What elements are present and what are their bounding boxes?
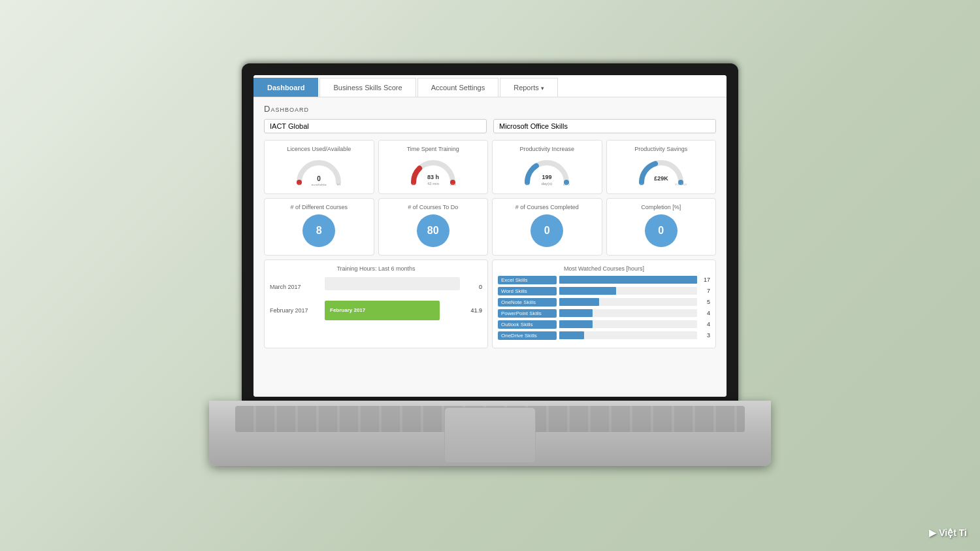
metric-diff-courses-title: # of Different Courses [269,204,370,210]
training-row-march: March 2017 0 [270,277,482,297]
svg-text:622: 622 [563,183,570,186]
skill-filter[interactable] [493,119,716,133]
training-value-march: 0 [463,284,482,290]
training-row-feb: February 2017 February 2017 41.9 [270,301,482,320]
training-bar-container-feb: February 2017 [325,301,460,320]
svg-text:10: 10 [336,183,341,186]
tab-reports[interactable]: Reports [500,78,558,97]
svg-text:0: 0 [317,175,321,182]
metric-courses-completed: # of Courses Completed 0 [492,198,602,256]
circle-courses-completed: 0 [531,214,563,247]
mw-value-onedrive: 3 [700,332,710,339]
mw-label-excel: Excel Skills [498,276,557,284]
page-title: Dashboard [264,104,716,114]
mw-row-onedrive: OneDrive Skills 3 [498,331,710,340]
filter-row [264,119,716,133]
metric-licences: Licences Used/Available 0 available 0 10 [264,140,374,194]
metric-licences-title: Licences Used/Available [269,146,370,152]
mw-bar-track-onedrive [559,331,697,339]
training-hours-card: Training Hours: Last 6 months March 2017 [264,259,488,348]
metric-completion-pct: Completion [%] 0 [606,198,717,256]
gauge-time: 83 h 42 min 0 320 [407,156,459,186]
mw-value-outlook: 4 [700,321,710,327]
mw-value-excel: 17 [700,276,710,283]
most-watched-title: Most Watched Courses [hours] [498,265,710,272]
mw-label-outlook: Outlook Skills [498,320,557,329]
mw-value-onenote: 5 [700,299,710,305]
mw-row-onenote: OneNote Skills 5 [498,298,710,307]
gauge-prod-inc: 199 day(s) 0 622 [521,156,573,186]
tab-business-skills[interactable]: Business Skills Score [319,78,416,97]
mw-bar-track-outlook [559,320,697,328]
svg-text:available: available [311,183,327,186]
mw-bar-track-word [559,287,697,295]
training-bar-container-march [325,277,460,297]
mw-row-outlook: Outlook Skills 4 [498,320,710,329]
mw-value-powerpoint: 4 [700,310,710,316]
svg-text:320: 320 [449,183,457,186]
training-bar-feb: February 2017 [325,301,440,320]
mw-row-excel: Excel Skills 17 [498,276,710,284]
metric-prod-sav-title: Productivity Savings [611,146,712,152]
svg-text:199: 199 [542,174,552,180]
metric-diff-courses: # of Different Courses 8 [264,198,374,256]
mw-row-powerpoint: PowerPoint Skills 4 [498,309,710,318]
metric-productivity-savings: Productivity Savings £29K 0 72 152 [606,140,717,194]
mw-bar-track-excel [559,276,697,284]
svg-text:83 h: 83 h [427,174,439,180]
metric-courses-completed-title: # of Courses Completed [497,204,598,210]
metric-courses-todo-title: # of Courses To Do [383,204,484,210]
viet-ti-logo: ▶ Việt Ti [929,527,967,538]
circle-diff-courses: 8 [302,214,335,247]
trackpad[interactable] [444,407,536,463]
svg-text:72 152: 72 152 [675,183,687,186]
metric-courses-todo: # of Courses To Do 80 [378,198,489,256]
metric-prod-inc-title: Productivity Increase [497,146,598,152]
mw-row-word: Word Skills 7 [498,287,710,295]
metric-completion-title: Completion [%] [611,204,712,210]
tab-bar: Dashboard Business Skills Score Account … [253,75,727,97]
training-value-feb: 41.9 [463,307,482,314]
gauge-prod-sav: £29K 0 72 152 [635,156,687,186]
mw-label-powerpoint: PowerPoint Skills [498,309,557,318]
dashboard-app: Dashboard Business Skills Score Account … [253,75,727,397]
mw-value-word: 7 [700,288,710,294]
bottom-charts: Training Hours: Last 6 months March 2017 [264,259,716,348]
tab-dashboard[interactable]: Dashboard [253,78,318,97]
bottom-metrics-grid: # of Different Courses 8 # of Courses To… [264,198,716,256]
training-label-feb: February 2017 [270,307,322,314]
keyboard-base [209,401,771,466]
svg-text:day(s): day(s) [542,182,553,186]
mw-bar-track-powerpoint [559,309,697,317]
main-content: Dashboard Licences Used/Available [253,97,727,397]
top-metrics-grid: Licences Used/Available 0 available 0 10 [264,140,716,194]
mw-label-word: Word Skills [498,287,557,295]
training-label-march: March 2017 [270,284,322,290]
metric-time-title: Time Spent Training [383,146,484,152]
circle-completion: 0 [645,214,678,247]
svg-text:£29K: £29K [654,175,668,182]
mw-bar-track-onenote [559,298,697,306]
company-filter[interactable] [264,119,487,133]
most-watched-card: Most Watched Courses [hours] Excel Skill… [492,259,716,348]
metric-time-training: Time Spent Training 83 h 42 min 0 320 [378,140,489,194]
training-hours-title: Training Hours: Last 6 months [270,265,482,272]
tab-account-settings[interactable]: Account Settings [417,78,499,97]
mw-label-onenote: OneNote Skills [498,298,557,307]
metric-productivity-increase: Productivity Increase 199 day(s) 0 622 [492,140,602,194]
gauge-licences: 0 available 0 10 [293,156,345,186]
svg-text:42 min: 42 min [427,182,439,186]
circle-courses-todo: 80 [417,214,449,247]
mw-label-onedrive: OneDrive Skills [498,331,557,340]
